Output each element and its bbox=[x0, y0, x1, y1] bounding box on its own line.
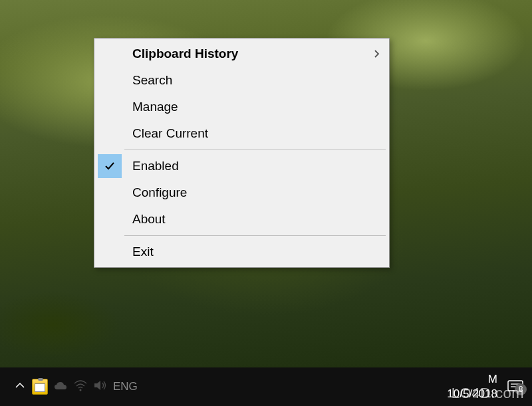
menu-label: Configure bbox=[123, 185, 387, 200]
menu-icon-area bbox=[96, 41, 123, 67]
menu-item-exit[interactable]: Exit bbox=[96, 239, 387, 265]
action-center-icon[interactable]: 8 bbox=[507, 379, 524, 394]
context-menu: Clipboard History Search Manage Clear Cu… bbox=[94, 38, 390, 268]
menu-separator bbox=[124, 150, 386, 150]
menu-item-search[interactable]: Search bbox=[96, 67, 387, 94]
tray-chevron-up-icon[interactable] bbox=[13, 379, 27, 395]
svg-point-0 bbox=[80, 389, 82, 391]
check-icon bbox=[98, 154, 122, 178]
menu-label: Clear Current bbox=[123, 126, 387, 141]
language-indicator[interactable]: ENG bbox=[113, 380, 138, 393]
menu-item-clipboard-history[interactable]: Clipboard History bbox=[96, 41, 387, 67]
menu-item-about[interactable]: About bbox=[96, 206, 387, 233]
menu-item-enabled[interactable]: Enabled bbox=[96, 153, 387, 179]
onedrive-icon[interactable] bbox=[53, 380, 68, 393]
taskbar-date: 10/5/2018 bbox=[447, 387, 497, 401]
menu-item-manage[interactable]: Manage bbox=[96, 94, 387, 120]
menu-item-clear-current[interactable]: Clear Current bbox=[96, 120, 387, 147]
notification-badge: 8 bbox=[515, 383, 527, 395]
menu-label: About bbox=[123, 212, 387, 227]
clipboard-app-icon[interactable] bbox=[32, 379, 48, 395]
taskbar-time: M bbox=[447, 372, 497, 387]
menu-separator bbox=[124, 235, 386, 236]
menu-label: Enabled bbox=[123, 159, 387, 173]
menu-label: Clipboard History bbox=[123, 47, 367, 61]
menu-item-configure[interactable]: Configure bbox=[96, 179, 387, 206]
chevron-right-icon bbox=[367, 49, 387, 58]
wifi-icon[interactable] bbox=[73, 379, 88, 394]
menu-label: Manage bbox=[123, 100, 387, 114]
taskbar: ENG M 10/5/2018 8 bbox=[0, 367, 532, 406]
menu-label: Search bbox=[123, 73, 387, 88]
volume-icon[interactable] bbox=[93, 379, 108, 394]
taskbar-clock[interactable]: M 10/5/2018 bbox=[447, 372, 497, 401]
menu-label: Exit bbox=[123, 245, 387, 259]
